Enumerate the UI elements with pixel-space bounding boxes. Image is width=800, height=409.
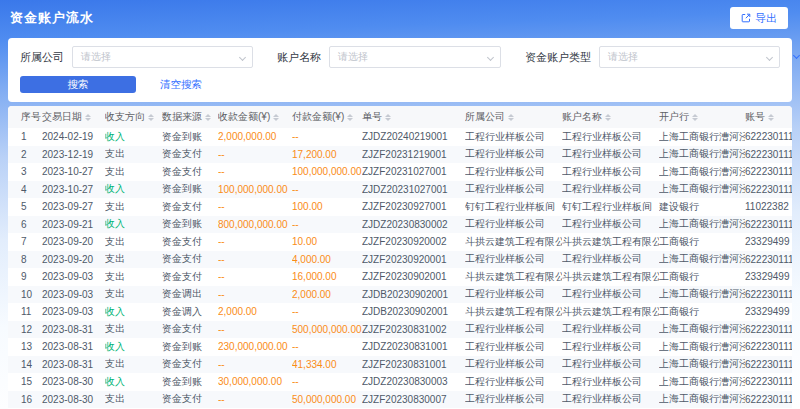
sort-icon[interactable] <box>508 114 514 121</box>
table-row: 112023-09-03收入资金调入2,000.00--ZJDB20230902… <box>8 303 792 321</box>
cell-bank: 上海工商银行漕河泾支行 <box>659 181 745 199</box>
cell-order_no: ZJZF20230902001 <box>362 268 465 286</box>
cell-account_no: 622230111 <box>745 338 792 356</box>
cell-source: 资金到账 <box>162 373 218 391</box>
cell-account_no: 622230111 <box>745 356 792 374</box>
cell-order_no: ZJZF20231027001 <box>362 163 465 181</box>
cell-account_name: 斗拱云建筑工程有限公司 <box>562 233 659 251</box>
cell-payment: -- <box>292 128 362 146</box>
sort-icon[interactable] <box>347 114 353 121</box>
cell-no: 9 <box>8 268 42 286</box>
cell-order_no: ZJZF20230920002 <box>362 233 465 251</box>
cell-source: 资金调入 <box>162 303 218 321</box>
column-header-bank[interactable]: 开户行 <box>659 106 745 128</box>
column-header-date[interactable]: 交易日期 <box>42 106 105 128</box>
export-button-label: 导出 <box>755 11 777 26</box>
cell-date: 2023-10-27 <box>42 163 105 181</box>
column-header-no: 序号 <box>8 106 42 128</box>
cell-no: 6 <box>8 216 42 234</box>
cell-company: 工程行业样板公司 <box>465 286 562 304</box>
search-button[interactable]: 搜索 <box>20 76 136 93</box>
clear-search-button[interactable]: 清空搜索 <box>150 76 212 93</box>
filter-field-account-name: 账户名称 请选择 <box>277 46 501 68</box>
cell-account_name: 工程行业样板公司 <box>562 338 659 356</box>
cell-payment: -- <box>292 216 362 234</box>
column-header-source[interactable]: 数据来源 <box>162 106 218 128</box>
cell-direction: 收入 <box>105 303 162 321</box>
cell-payment: -- <box>292 373 362 391</box>
cell-income: -- <box>218 163 292 181</box>
cell-company: 工程行业样板公司 <box>465 163 562 181</box>
sort-icon[interactable] <box>605 114 611 121</box>
cell-income: 230,000,000.00 <box>218 338 292 356</box>
cell-company: 斗拱云建筑工程有限公司 <box>465 268 562 286</box>
column-header-company[interactable]: 所属公司 <box>465 106 562 128</box>
cell-payment: 17,200.00 <box>292 146 362 164</box>
company-select[interactable]: 请选择 <box>72 46 253 68</box>
cell-source: 资金支付 <box>162 233 218 251</box>
column-header-account_name[interactable]: 账户名称 <box>562 106 659 128</box>
column-header-direction[interactable]: 收支方向 <box>105 106 162 128</box>
cell-date: 2023-09-20 <box>42 233 105 251</box>
cell-date: 2023-10-27 <box>42 181 105 199</box>
cell-bank: 工商银行 <box>659 268 745 286</box>
cell-order_no: ZJZF20230927001 <box>362 198 465 216</box>
sort-icon[interactable] <box>148 114 154 121</box>
cell-source: 资金支付 <box>162 356 218 374</box>
column-label: 单号 <box>362 110 382 124</box>
cell-account_no: 11022382 <box>745 198 792 216</box>
cell-account_no: 622230111 <box>745 251 792 269</box>
cell-source: 资金支付 <box>162 321 218 339</box>
cell-no: 13 <box>8 338 42 356</box>
account-type-select[interactable]: 请选择 <box>599 46 780 68</box>
cell-date: 2023-09-03 <box>42 303 105 321</box>
cell-account_name: 工程行业样板公司 <box>562 286 659 304</box>
cell-company: 工程行业样板公司 <box>465 128 562 146</box>
sort-icon[interactable] <box>692 114 698 121</box>
cell-bank: 工商银行 <box>659 233 745 251</box>
table-row: 132023-08-31收入资金到账230,000,000.00--ZJDZ20… <box>8 338 792 356</box>
cell-company: 工程行业样板公司 <box>465 391 562 409</box>
capital-account-flow-page: 资金账户流水 导出 所属公司 请选择 账户名称 <box>0 0 800 409</box>
cell-bank: 上海工商银行漕河泾支行 <box>659 163 745 181</box>
sort-icon[interactable] <box>205 114 211 121</box>
export-button[interactable]: 导出 <box>730 7 788 29</box>
cell-order_no: ZJZF20231219001 <box>362 146 465 164</box>
expand-filters-link[interactable]: 展开筛选 <box>794 50 800 65</box>
column-label: 序号 <box>21 110 41 124</box>
cell-source: 资金支付 <box>162 163 218 181</box>
cell-income: -- <box>218 233 292 251</box>
page-title: 资金账户流水 <box>10 9 94 27</box>
cell-account_name: 工程行业样板公司 <box>562 251 659 269</box>
cell-date: 2023-09-21 <box>42 216 105 234</box>
cell-date: 2023-09-03 <box>42 268 105 286</box>
table-row: 52023-09-27支出资金支付--100.00ZJZF20230927001… <box>8 198 792 216</box>
cell-source: 资金到账 <box>162 181 218 199</box>
cell-bank: 建设银行 <box>659 198 745 216</box>
cell-direction: 支出 <box>105 321 162 339</box>
table-row: 42023-10-27收入资金到账100,000,000.00--ZJDZ202… <box>8 181 792 199</box>
column-header-order_no[interactable]: 单号 <box>362 106 465 128</box>
column-header-payment[interactable]: 付款金额(¥) <box>292 106 362 128</box>
sort-icon[interactable] <box>385 114 391 121</box>
cell-account_name: 工程行业样板公司 <box>562 373 659 391</box>
flow-table-card: 序号交易日期收支方向数据来源收款金额(¥)付款金额(¥)单号所属公司账户名称开户… <box>8 106 792 409</box>
cell-direction: 支出 <box>105 356 162 374</box>
table-row: 32023-10-27支出资金支付--100,000,000.00ZJZF202… <box>8 163 792 181</box>
cell-date: 2023-08-30 <box>42 373 105 391</box>
cell-date: 2023-08-31 <box>42 356 105 374</box>
column-header-account_no[interactable]: 账号 <box>745 106 792 128</box>
column-header-income[interactable]: 收款金额(¥) <box>218 106 292 128</box>
cell-account_name: 工程行业样板公司 <box>562 146 659 164</box>
sort-icon[interactable] <box>768 114 774 121</box>
cell-company: 工程行业样板公司 <box>465 251 562 269</box>
sort-icon[interactable] <box>85 114 91 121</box>
sort-icon[interactable] <box>273 114 279 121</box>
table-row: 102023-09-03支出资金调出--2,000.00ZJDB20230902… <box>8 286 792 304</box>
account-name-select-placeholder: 请选择 <box>338 50 368 64</box>
cell-bank: 上海工商银行漕河泾支行 <box>659 391 745 409</box>
table-row: 122023-08-31支出资金支付--500,000,000.00ZJZF20… <box>8 321 792 339</box>
account-name-select[interactable]: 请选择 <box>329 46 501 68</box>
cell-no: 14 <box>8 356 42 374</box>
column-label: 开户行 <box>659 110 689 124</box>
